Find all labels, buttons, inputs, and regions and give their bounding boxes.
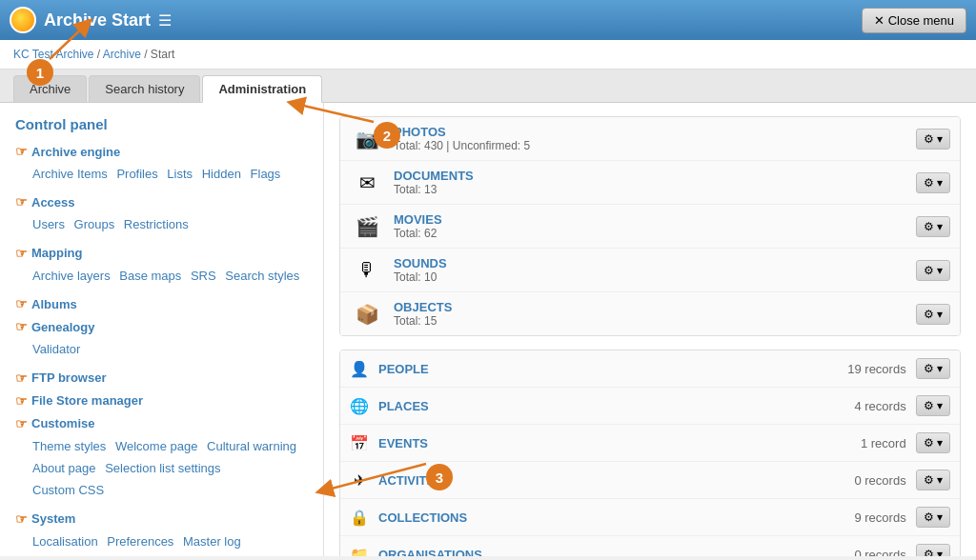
sounds-icon: 🎙 bbox=[350, 257, 384, 284]
genealogy-link[interactable]: Genealogy bbox=[31, 320, 94, 334]
mapping-link[interactable]: Mapping bbox=[31, 246, 82, 260]
link-validator[interactable]: Validator bbox=[32, 342, 80, 356]
section-title-archive-engine: ☞ Archive engine bbox=[15, 144, 308, 159]
link-localisation[interactable]: Localisation bbox=[32, 534, 98, 549]
events-label[interactable]: EVENTS bbox=[378, 436, 851, 450]
people-gear-button[interactable]: ⚙ ▾ bbox=[916, 358, 950, 379]
hamburger-icon[interactable]: ☰ bbox=[158, 11, 172, 30]
customise-link[interactable]: Customise bbox=[31, 416, 94, 430]
app-logo bbox=[10, 7, 36, 33]
documents-count: Total: 13 bbox=[394, 183, 906, 196]
annotation-2: 2 bbox=[374, 122, 400, 149]
media-card-movies: 🎬 MOVIES Total: 62 ⚙ ▾ bbox=[340, 205, 960, 249]
system-links: Localisation Preferences Master log Tran… bbox=[32, 530, 308, 556]
objects-gear-button[interactable]: ⚙ ▾ bbox=[916, 304, 950, 325]
documents-gear-button[interactable]: ⚙ ▾ bbox=[916, 172, 950, 193]
file-store-link[interactable]: File Store manager bbox=[31, 393, 143, 408]
breadcrumb-kc[interactable]: KC Test Archive bbox=[13, 48, 93, 61]
system-link[interactable]: System bbox=[31, 511, 75, 526]
movies-name[interactable]: MOVIES bbox=[394, 212, 906, 227]
tab-administration[interactable]: Administration bbox=[202, 75, 322, 103]
link-srs[interactable]: SRS bbox=[191, 269, 216, 283]
hand-icon: ☞ bbox=[15, 144, 28, 159]
documents-info: DOCUMENTS Total: 13 bbox=[394, 169, 906, 196]
access-link[interactable]: Access bbox=[31, 195, 75, 210]
link-master-log[interactable]: Master log bbox=[183, 534, 241, 549]
hand-icon-2: ☞ bbox=[15, 194, 28, 210]
hand-icon-8: ☞ bbox=[15, 416, 28, 431]
link-users[interactable]: Users bbox=[32, 217, 65, 231]
section-title-genealogy: ☞ Genealogy bbox=[15, 319, 308, 334]
tabs-bar: Archive Search history Administration bbox=[0, 70, 976, 103]
media-card-photos: 📷 PHOTOS Total: 430 | Unconfirmed: 5 ⚙ ▾ bbox=[340, 117, 960, 161]
collections-label[interactable]: COLLECTIONS bbox=[378, 510, 844, 525]
photos-count: Total: 430 | Unconfirmed: 5 bbox=[394, 139, 906, 152]
organisations-label[interactable]: ORGANISATIONS bbox=[378, 548, 844, 557]
objects-name[interactable]: OBJECTS bbox=[394, 300, 906, 314]
ftp-link[interactable]: FTP browser bbox=[31, 370, 107, 385]
section-mapping: ☞ Mapping Archive layers Base maps SRS S… bbox=[15, 246, 308, 287]
events-gear-button[interactable]: ⚙ ▾ bbox=[916, 432, 950, 453]
objects-info: OBJECTS Total: 15 bbox=[394, 300, 906, 328]
sounds-count: Total: 10 bbox=[394, 270, 906, 284]
link-welcome-page[interactable]: Welcome page bbox=[115, 439, 197, 453]
people-label[interactable]: PEOPLE bbox=[378, 362, 838, 376]
link-lists[interactable]: Lists bbox=[167, 167, 193, 181]
link-search-styles[interactable]: Search styles bbox=[225, 269, 299, 283]
control-panel-title: Control panel bbox=[15, 116, 308, 132]
link-archive-layers[interactable]: Archive layers bbox=[32, 269, 111, 283]
sounds-name[interactable]: SOUNDS bbox=[394, 256, 906, 270]
photos-name[interactable]: PHOTOS bbox=[394, 125, 906, 139]
link-flags[interactable]: Flags bbox=[251, 167, 281, 181]
link-about-page[interactable]: About page bbox=[32, 461, 96, 475]
organisations-count: 0 records bbox=[854, 548, 905, 557]
tab-search-history[interactable]: Search history bbox=[89, 75, 200, 102]
close-menu-button[interactable]: ✕ Close menu bbox=[862, 8, 966, 33]
top-bar: Archive Start ☰ ✕ Close menu bbox=[0, 0, 976, 40]
link-restrictions[interactable]: Restrictions bbox=[124, 217, 189, 231]
section-system: ☞ System Localisation Preferences Master… bbox=[15, 511, 308, 556]
right-panel: 📷 PHOTOS Total: 430 | Unconfirmed: 5 ⚙ ▾… bbox=[324, 103, 976, 556]
link-archive-items[interactable]: Archive Items bbox=[32, 167, 108, 181]
albums-link[interactable]: Albums bbox=[31, 297, 77, 311]
access-links: Users Groups Restrictions bbox=[32, 213, 308, 235]
archive-engine-link[interactable]: Archive engine bbox=[31, 145, 120, 159]
section-title-mapping: ☞ Mapping bbox=[15, 246, 308, 261]
app-title: Archive Start bbox=[44, 10, 151, 30]
activities-gear-button[interactable]: ⚙ ▾ bbox=[916, 470, 950, 490]
movies-info: MOVIES Total: 62 bbox=[394, 212, 906, 240]
organisations-gear-button[interactable]: ⚙ ▾ bbox=[916, 544, 950, 556]
photos-gear-button[interactable]: ⚙ ▾ bbox=[916, 129, 950, 150]
link-profiles[interactable]: Profiles bbox=[116, 167, 157, 181]
link-selection-list-settings[interactable]: Selection list settings bbox=[105, 461, 220, 475]
hand-icon-3: ☞ bbox=[15, 246, 28, 261]
section-file-store: ☞ File Store manager bbox=[15, 393, 308, 409]
annotation-3: 3 bbox=[426, 464, 453, 490]
sounds-gear-button[interactable]: ⚙ ▾ bbox=[916, 260, 950, 281]
link-preferences[interactable]: Preferences bbox=[107, 534, 173, 549]
places-gear-button[interactable]: ⚙ ▾ bbox=[916, 395, 950, 416]
link-theme-styles[interactable]: Theme styles bbox=[32, 439, 106, 453]
documents-name[interactable]: DOCUMENTS bbox=[394, 169, 906, 183]
link-base-maps[interactable]: Base maps bbox=[119, 269, 181, 283]
breadcrumb-archive[interactable]: Archive bbox=[103, 48, 141, 61]
record-row-organisations: 📁 ORGANISATIONS 0 records ⚙ ▾ bbox=[340, 536, 960, 556]
media-cards: 📷 PHOTOS Total: 430 | Unconfirmed: 5 ⚙ ▾… bbox=[339, 116, 961, 336]
people-count: 19 records bbox=[847, 362, 905, 376]
link-custom-css[interactable]: Custom CSS bbox=[32, 483, 104, 497]
link-cultural-warning[interactable]: Cultural warning bbox=[207, 439, 296, 453]
archive-engine-links: Archive Items Profiles Lists Hidden Flag… bbox=[32, 163, 308, 185]
events-icon: 📅 bbox=[350, 433, 369, 452]
annotation-1: 1 bbox=[27, 59, 53, 86]
collections-gear-button[interactable]: ⚙ ▾ bbox=[916, 507, 950, 528]
hand-icon-9: ☞ bbox=[15, 511, 28, 527]
media-card-sounds: 🎙 SOUNDS Total: 10 ⚙ ▾ bbox=[340, 249, 960, 292]
section-customise: ☞ Customise Theme styles Welcome page Cu… bbox=[15, 416, 308, 502]
section-title-file-store: ☞ File Store manager bbox=[15, 393, 308, 409]
activities-icon: ✈ bbox=[350, 470, 369, 490]
section-title-customise: ☞ Customise bbox=[15, 416, 308, 431]
link-groups[interactable]: Groups bbox=[74, 217, 115, 231]
link-hidden[interactable]: Hidden bbox=[202, 167, 241, 181]
places-label[interactable]: PLACES bbox=[378, 399, 844, 413]
movies-gear-button[interactable]: ⚙ ▾ bbox=[916, 216, 950, 237]
